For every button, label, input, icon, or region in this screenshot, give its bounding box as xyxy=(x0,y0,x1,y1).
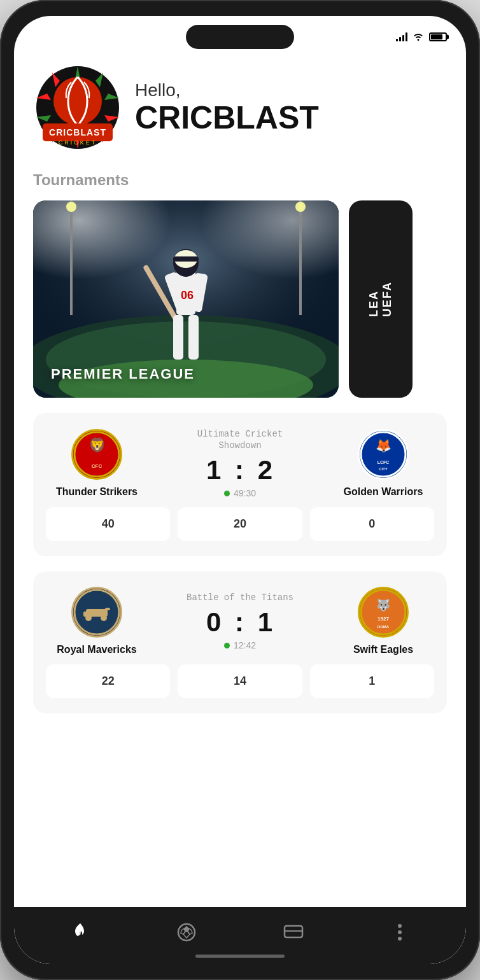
team-name-swift: Swift Eagles xyxy=(353,644,413,655)
match-time-2: 12:42 xyxy=(224,640,256,650)
team-right-2: 🐺 1927 ROMA Swift Eagles xyxy=(332,587,434,655)
svg-text:CITY: CITY xyxy=(379,467,388,471)
svg-point-50 xyxy=(85,615,92,621)
tournament-card-premier[interactable]: 06 PREMIER LEAGUE xyxy=(33,200,339,398)
match-score-1: 1 : 2 xyxy=(206,455,274,486)
team-left-1: 🦁 CFC Thunder Strikers xyxy=(46,429,148,498)
match-tournament-1: Ultimate CricketShowdown xyxy=(197,428,283,451)
stat-1-1: 40 xyxy=(46,507,170,541)
svg-point-51 xyxy=(101,615,107,621)
team-logo-golden: 🦊 LCFC CITY xyxy=(358,429,409,480)
live-dot-2 xyxy=(224,643,230,648)
phone-screen: CRICBLAST CRICKET Hello, CRICBLAST Tourn… xyxy=(14,16,466,964)
team-left-2: Royal Mavericks xyxy=(46,587,148,655)
greeting-name: CRICBLAST xyxy=(135,101,319,136)
svg-point-65 xyxy=(398,930,402,934)
match-score-2: 0 : 1 xyxy=(206,607,274,638)
nav-tv[interactable] xyxy=(274,916,313,948)
dots-icon xyxy=(390,922,410,942)
home-indicator xyxy=(195,955,285,958)
team-logo-royal xyxy=(71,587,122,638)
svg-marker-59 xyxy=(181,928,185,934)
match-center-2: Battle of the Titans 0 : 1 12:42 xyxy=(148,592,332,650)
svg-point-64 xyxy=(398,924,402,928)
team-logo-thunder: 🦁 CFC xyxy=(71,429,122,480)
svg-point-66 xyxy=(398,937,402,941)
tournaments-carousel[interactable]: 06 PREMIER LEAGUE UEFALEA xyxy=(14,200,466,398)
svg-rect-29 xyxy=(173,256,199,262)
match-time-1: 49:30 xyxy=(224,488,256,498)
match-center-1: Ultimate CricketShowdown 1 : 2 49:30 xyxy=(148,428,332,498)
svg-point-25 xyxy=(295,202,306,212)
match-tournament-2: Battle of the Titans xyxy=(187,592,293,603)
tournaments-section-title: Tournaments xyxy=(33,171,447,189)
battery-icon xyxy=(429,32,447,41)
svg-marker-61 xyxy=(183,932,190,938)
svg-text:🦊: 🦊 xyxy=(376,438,392,453)
svg-text:CRICKET: CRICKET xyxy=(59,139,97,146)
flame-icon xyxy=(70,922,90,942)
svg-marker-60 xyxy=(188,928,192,934)
svg-point-11 xyxy=(53,77,102,125)
nav-home[interactable] xyxy=(61,916,99,948)
stat-2-2: 14 xyxy=(178,664,302,698)
svg-text:ROMA: ROMA xyxy=(378,625,390,629)
header: CRICBLAST CRICKET Hello, CRICBLAST xyxy=(33,63,447,152)
svg-text:06: 06 xyxy=(181,289,194,302)
bottom-nav xyxy=(14,907,466,964)
svg-text:CRICBLAST: CRICBLAST xyxy=(49,127,106,137)
svg-text:1927: 1927 xyxy=(378,616,389,622)
team-right-1: 🦊 LCFC CITY Golden Warriors xyxy=(332,429,434,498)
tournament-name-premier: PREMIER LEAGUE xyxy=(51,366,195,382)
svg-point-24 xyxy=(66,202,76,212)
svg-rect-49 xyxy=(105,608,110,610)
team-name-golden: Golden Warriors xyxy=(344,486,423,498)
stat-1-2: 20 xyxy=(178,507,302,541)
main-scroll[interactable]: CRICBLAST CRICKET Hello, CRICBLAST Tourn… xyxy=(14,50,466,907)
phone-notch xyxy=(186,25,294,49)
svg-text:🦁: 🦁 xyxy=(88,437,106,454)
tournament-card-uefa[interactable]: UEFALEA xyxy=(349,200,413,398)
greeting-hello: Hello, xyxy=(135,80,319,101)
stat-2-1: 22 xyxy=(46,664,170,698)
stat-2-3: 1 xyxy=(310,664,434,698)
signal-icon xyxy=(396,32,407,41)
nav-sports[interactable] xyxy=(167,916,206,948)
phone-device: CRICBLAST CRICKET Hello, CRICBLAST Tourn… xyxy=(0,0,480,980)
match-card-2[interactable]: Royal Mavericks Battle of the Titans 0 :… xyxy=(33,571,447,713)
soccer-ball-icon xyxy=(176,922,197,942)
svg-text:LCFC: LCFC xyxy=(378,460,390,465)
greeting-block: Hello, CRICBLAST xyxy=(135,80,319,136)
wifi-icon xyxy=(413,32,424,43)
match-stats-2: 22 14 1 xyxy=(46,664,434,698)
stat-1-3: 0 xyxy=(310,507,434,541)
svg-rect-33 xyxy=(173,315,183,360)
svg-rect-34 xyxy=(188,315,199,360)
tournament-name-uefa: UEFALEA xyxy=(367,281,394,317)
team-logo-swift: 🐺 1927 ROMA xyxy=(358,587,409,638)
app-logo: CRICBLAST CRICKET xyxy=(33,63,122,152)
tv-icon xyxy=(283,922,304,942)
team-name-royal: Royal Mavericks xyxy=(57,644,136,655)
live-dot-1 xyxy=(224,491,230,496)
match-card-1[interactable]: 🦁 CFC Thunder Strikers Ultimate CricketS… xyxy=(33,413,447,556)
svg-text:🐺: 🐺 xyxy=(376,598,391,612)
svg-text:CFC: CFC xyxy=(92,463,102,469)
nav-more[interactable] xyxy=(381,916,419,948)
team-name-thunder: Thunder Strikers xyxy=(56,486,138,498)
match-stats-1: 40 20 0 xyxy=(46,507,434,541)
